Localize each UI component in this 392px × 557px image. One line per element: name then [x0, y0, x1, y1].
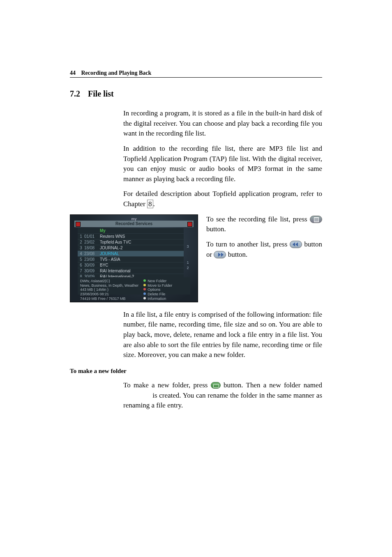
- text: button. Then a new folder named: [221, 381, 322, 389]
- screenshot-titlebar: my Recorded Services: [74, 221, 194, 227]
- paragraph: In addition to the recording file list, …: [123, 144, 322, 184]
- red-indicator-left: [76, 222, 81, 227]
- section-title: File list: [88, 89, 114, 98]
- aside-text: To see the recording file list, press bu…: [206, 214, 322, 302]
- section-heading: 7.2 File list: [70, 89, 322, 99]
- recorded-services-screenshot: my Recorded Services My 101/01Reuters WN…: [70, 214, 198, 302]
- file-list-table: My 101/01Reuters WNS 223/02Topfield Aus …: [78, 228, 184, 280]
- rewind-button-icon: [290, 241, 302, 248]
- paragraph: In a file list, a file entry is comprise…: [123, 310, 322, 360]
- screenshot-corner: my: [131, 216, 136, 222]
- red-indicator-right: [187, 222, 192, 227]
- text: .: [153, 200, 155, 208]
- text: is created. You can rename the folder in…: [123, 391, 322, 410]
- list-header-row: My: [78, 228, 184, 234]
- list-item: 101/01Reuters WNS: [78, 234, 184, 239]
- text: To see the recording file list, press: [206, 215, 310, 223]
- paragraph: In recording a program, it is stored as …: [123, 108, 322, 139]
- status-column: 3 12: [185, 228, 190, 276]
- page-header: 44 Recording and Playing Back: [70, 70, 322, 78]
- list-item: 730/09RAI International: [78, 268, 184, 274]
- info-right: New Folder Move to Folder Options Delete…: [143, 279, 188, 293]
- list-header-label: My: [98, 228, 184, 233]
- page-number: 44: [70, 70, 76, 76]
- paragraph: To make a new folder, press button. Then…: [123, 380, 322, 411]
- list-item: 630/09BYC: [78, 262, 184, 268]
- list-item: 523/08TV5 - ASIA: [78, 257, 184, 262]
- list-item-selected: 423/08JOURNAL: [78, 251, 184, 257]
- info-panel: DWtv, Asiasat2(C) News, Business, In Dep…: [78, 277, 190, 295]
- subheading: To make a new folder: [70, 368, 322, 375]
- new-folder-button-icon: [211, 382, 221, 389]
- text: To turn to another list, press: [206, 240, 290, 248]
- list-item: 223/02Topfield Aus TVC: [78, 239, 184, 245]
- text: button.: [206, 225, 226, 233]
- section-number: 7.2: [70, 89, 80, 98]
- info-left: DWtv, Asiasat2(C) News, Business, In Dep…: [80, 279, 143, 293]
- chapter-title: Recording and Playing Back: [81, 70, 152, 76]
- text: To make a new folder, press: [123, 381, 211, 389]
- paragraph: For detailed description about Topfield …: [123, 189, 322, 209]
- chapter-reference-link[interactable]: 8: [147, 200, 153, 208]
- list-item: 318/08JOURNAL-2: [78, 245, 184, 251]
- text: button.: [226, 251, 247, 258]
- fast-forward-button-icon: [214, 251, 226, 258]
- file-list-button-icon: [310, 216, 322, 223]
